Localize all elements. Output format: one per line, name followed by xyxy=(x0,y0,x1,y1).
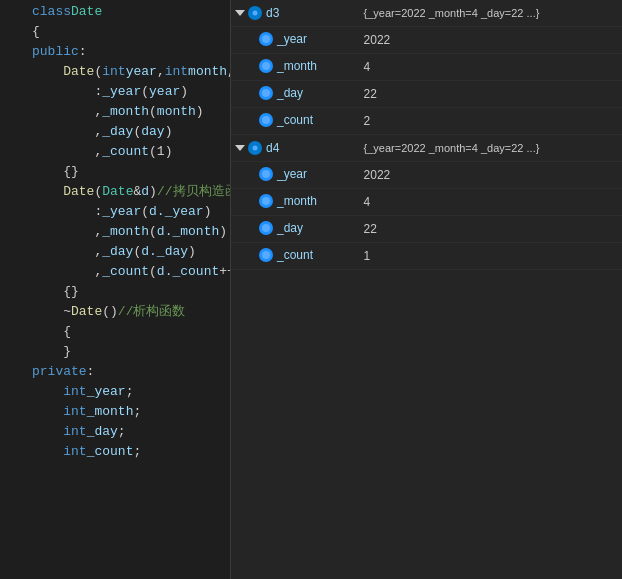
d4-var-name: d4 xyxy=(266,138,279,158)
var-icon-d3-year xyxy=(259,32,273,46)
code-line: {} xyxy=(0,162,230,182)
code-line: , _day(d._day) xyxy=(0,242,230,262)
d4-name-cell: d4 xyxy=(231,135,360,161)
d3-name-cell: d3 xyxy=(231,0,360,26)
d3-year-name-cell: _year xyxy=(231,27,360,51)
d4-year-row: _year 2022 xyxy=(231,162,622,189)
d3-count-name-cell: _count xyxy=(231,108,360,132)
d3-month-row: _month 4 xyxy=(231,54,622,81)
d4-year-value: 2022 xyxy=(364,168,391,182)
d4-day-name: _day xyxy=(277,218,303,238)
d3-year-value-cell: 2022 xyxy=(360,27,622,54)
code-line: Date(Date& d)//拷贝构造函数 xyxy=(0,182,230,202)
d4-count-name-cell: _count xyxy=(231,243,360,267)
code-line: } xyxy=(0,342,230,362)
d4-day-value: 22 xyxy=(364,222,377,236)
code-line: int _day; xyxy=(0,422,230,442)
d3-count-name: _count xyxy=(277,110,313,130)
code-line: , _month(d._month) xyxy=(0,222,230,242)
d3-day-value-cell: 22 xyxy=(360,81,622,108)
d4-month-value: 4 xyxy=(364,195,371,209)
code-line: { xyxy=(0,22,230,42)
d3-day-name-cell: _day xyxy=(231,81,360,105)
code-line: ~Date()//析构函数 xyxy=(0,302,230,322)
var-icon-d3-month xyxy=(259,59,273,73)
code-line: , _month(month) xyxy=(0,102,230,122)
code-line: int _count; xyxy=(0,442,230,462)
keyword-class: class xyxy=(32,2,71,22)
code-line: int _month; xyxy=(0,402,230,422)
d4-year-name-cell: _year xyxy=(231,162,360,186)
d3-count-value: 2 xyxy=(364,114,371,128)
code-panel: class Date { public: Date(int year, int … xyxy=(0,0,230,579)
d4-value-cell: {_year=2022 _month=4 _day=22 ...} xyxy=(360,135,622,162)
d4-count-value: 1 xyxy=(364,249,371,263)
var-icon-d4-month xyxy=(259,194,273,208)
d4-value: {_year=2022 _month=4 _day=22 ...} xyxy=(364,142,540,154)
keyword-public: public xyxy=(32,42,79,62)
d3-month-name-cell: _month xyxy=(231,54,360,78)
code-line: public: xyxy=(0,42,230,62)
d4-count-name: _count xyxy=(277,245,313,265)
d4-count-row: _count 1 xyxy=(231,243,622,270)
code-line: private: xyxy=(0,362,230,382)
code-line: , _day(day) xyxy=(0,122,230,142)
code-line: :_year(d._year) xyxy=(0,202,230,222)
code-line: , _count(1) xyxy=(0,142,230,162)
d3-year-name: _year xyxy=(277,29,307,49)
d4-day-name-cell: _day xyxy=(231,216,360,240)
d3-day-value: 22 xyxy=(364,87,377,101)
d3-year-value: 2022 xyxy=(364,33,391,47)
d3-count-value-cell: 2 xyxy=(360,108,622,135)
d3-month-value-cell: 4 xyxy=(360,54,622,81)
var-icon-d4 xyxy=(248,141,262,155)
d3-day-name: _day xyxy=(277,83,303,103)
d4-month-value-cell: 4 xyxy=(360,189,622,216)
watch-table: d3 {_year=2022 _month=4 _day=22 ...} _ye… xyxy=(231,0,622,270)
d3-month-value: 4 xyxy=(364,60,371,74)
d3-count-row: _count 2 xyxy=(231,108,622,135)
d4-month-name: _month xyxy=(277,191,317,211)
code-line: Date(int year, int month, int day)//构造函数 xyxy=(0,62,230,82)
code-line: {} xyxy=(0,282,230,302)
expand-icon-d4 xyxy=(235,145,245,151)
code-line: , _count(d._count++) xyxy=(0,262,230,282)
var-icon-d4-year xyxy=(259,167,273,181)
d4-day-value-cell: 22 xyxy=(360,216,622,243)
d4-row[interactable]: d4 {_year=2022 _month=4 _day=22 ...} xyxy=(231,135,622,162)
expand-icon-d3 xyxy=(235,10,245,16)
d3-day-row: _day 22 xyxy=(231,81,622,108)
d4-year-value-cell: 2022 xyxy=(360,162,622,189)
classname-date: Date xyxy=(71,2,102,22)
d4-year-name: _year xyxy=(277,164,307,184)
var-icon-d3-day xyxy=(259,86,273,100)
code-line: class Date xyxy=(0,2,230,22)
code-line: :_year(year) xyxy=(0,82,230,102)
debug-panel: d3 {_year=2022 _month=4 _day=22 ...} _ye… xyxy=(230,0,622,579)
d4-count-value-cell: 1 xyxy=(360,243,622,270)
d4-month-row: _month 4 xyxy=(231,189,622,216)
var-icon-d3-count xyxy=(259,113,273,127)
d3-month-name: _month xyxy=(277,56,317,76)
var-icon-d4-day xyxy=(259,221,273,235)
d3-value: {_year=2022 _month=4 _day=22 ...} xyxy=(364,7,540,19)
d3-year-row: _year 2022 xyxy=(231,27,622,54)
code-line: int _year; xyxy=(0,382,230,402)
var-icon-d4-count xyxy=(259,248,273,262)
d3-var-name: d3 xyxy=(266,3,279,23)
d4-day-row: _day 22 xyxy=(231,216,622,243)
brace-open: { xyxy=(32,22,40,42)
d3-row[interactable]: d3 {_year=2022 _month=4 _day=22 ...} xyxy=(231,0,622,27)
d4-month-name-cell: _month xyxy=(231,189,360,213)
code-line: { xyxy=(0,322,230,342)
d3-value-cell: {_year=2022 _month=4 _day=22 ...} xyxy=(360,0,622,27)
var-icon-d3 xyxy=(248,6,262,20)
